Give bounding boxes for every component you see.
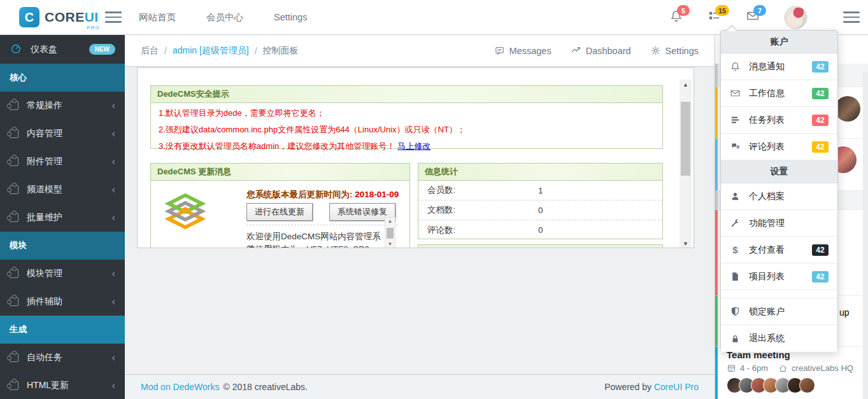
dropdown-item-comment-list[interactable]: 评论列表 42 bbox=[721, 134, 837, 160]
item-label: 任务列表 bbox=[749, 115, 785, 126]
sidebar-item-label: 自动任务 bbox=[27, 352, 62, 363]
stat-row-members: 会员数:1 bbox=[418, 181, 662, 200]
chevron-left-icon: ‹ bbox=[112, 380, 115, 391]
notifications-badge: 5 bbox=[677, 5, 690, 16]
puzzle-icon bbox=[10, 185, 18, 194]
breadcrumb-backend[interactable]: 后台 bbox=[141, 45, 159, 57]
inner-scrollbar[interactable]: ▲ ▼ bbox=[385, 217, 395, 248]
update-news-title: DedeCMS 更新消息 bbox=[151, 164, 409, 181]
stat-label: 会员数: bbox=[427, 185, 455, 196]
sidebar-section-modules: 模块 bbox=[0, 232, 125, 260]
nav-link-members[interactable]: 会员中心 bbox=[206, 11, 243, 24]
aside-scrollbar[interactable] bbox=[863, 72, 868, 399]
puzzle-icon bbox=[10, 101, 18, 110]
sidebar-item-general-ops[interactable]: 常规操作‹ bbox=[0, 92, 125, 120]
aside-toggler-icon[interactable] bbox=[843, 11, 860, 24]
puzzle-icon bbox=[10, 129, 18, 138]
dropdown-item-profile[interactable]: 个人档案 bbox=[721, 183, 837, 210]
dropdown-item-projects[interactable]: 项目列表 42 bbox=[721, 263, 837, 290]
chevron-left-icon: ‹ bbox=[112, 156, 115, 167]
item-label: 消息通知 bbox=[749, 61, 785, 73]
sidebar-item-module-mgmt[interactable]: 模块管理‹ bbox=[0, 260, 125, 288]
sidebar-item-html-update[interactable]: HTML更新‹ bbox=[0, 372, 125, 399]
item-label: 支付查看 bbox=[749, 244, 785, 256]
sidebar-item-label: 内容管理 bbox=[27, 128, 62, 139]
sidebar-item-label: 模块管理 bbox=[27, 268, 62, 279]
dropdown-item-function-mgmt[interactable]: 功能管理 bbox=[721, 210, 837, 237]
sidebar-item-batch-maintenance[interactable]: 批量维护‹ bbox=[0, 204, 125, 232]
tasks-button[interactable]: 15 bbox=[708, 9, 724, 25]
update-news-panel: DedeCMS 更新消息 您系统版本最后更新时间为: 2018-01-09 进行… bbox=[150, 163, 410, 248]
notifications-button[interactable]: 5 bbox=[669, 9, 686, 25]
dedeworks-link[interactable]: Mod on DedeWorks bbox=[141, 382, 219, 392]
messages-button[interactable]: 7 bbox=[746, 9, 762, 25]
dropdown-item-logout[interactable]: 退出系统 bbox=[721, 325, 837, 352]
breadcrumb-messages[interactable]: Messages bbox=[494, 45, 551, 56]
breadcrumb-menu: Messages Dashboard Settings bbox=[494, 45, 699, 56]
coreui-pro-link[interactable]: CoreUI Pro bbox=[654, 382, 699, 392]
powered-by: Powered by CoreUI Pro bbox=[604, 382, 699, 392]
user-avatar[interactable] bbox=[784, 6, 808, 29]
sidebar-item-auto-tasks[interactable]: 自动任务‹ bbox=[0, 344, 125, 372]
gear-icon bbox=[650, 45, 661, 56]
brand-logo[interactable]: C COREUI PRO bbox=[19, 7, 99, 27]
dropdown-item-payments[interactable]: $ 支付查看 42 bbox=[721, 237, 837, 263]
scrollbar-thumb[interactable] bbox=[387, 228, 394, 239]
chevron-left-icon: ‹ bbox=[112, 128, 115, 139]
item-badge: 42 bbox=[812, 271, 829, 283]
stat-value: 1 bbox=[538, 186, 543, 195]
stat-value: 0 bbox=[538, 225, 543, 235]
aside-item-event[interactable]: Team meeting 4 - 6pm creativeLabs HQ bbox=[715, 347, 868, 399]
item-label: 退出系统 bbox=[749, 333, 785, 344]
breadcrumb-settings[interactable]: Settings bbox=[650, 45, 699, 56]
security-line-2: 2.强烈建议data/common.inc.php文件属性设置为644（Linu… bbox=[151, 120, 662, 136]
stat-row-comments: 评论数:0 bbox=[418, 220, 662, 240]
sidebar-item-channel-model[interactable]: 频道模型‹ bbox=[0, 176, 125, 204]
dropdown-item-task-list[interactable]: 任务列表 42 bbox=[721, 107, 837, 134]
new-badge: NEW bbox=[89, 44, 115, 55]
sidebar: 仪表盘 NEW 核心 常规操作‹ 内容管理‹ 附件管理‹ 频道模型‹ 批量维护‹… bbox=[0, 35, 125, 399]
item-label: 功能管理 bbox=[749, 218, 785, 229]
puzzle-icon bbox=[10, 353, 18, 362]
scroll-down-icon[interactable]: ▼ bbox=[679, 239, 692, 248]
sidebar-toggler-icon[interactable] bbox=[105, 11, 122, 24]
nav-link-settings[interactable]: Settings bbox=[274, 12, 307, 22]
frame-scrollbar[interactable]: ▲ ▼ bbox=[679, 80, 692, 248]
item-badge: 42 bbox=[812, 244, 829, 256]
dropdown-item-work-messages[interactable]: 工作信息 42 bbox=[721, 80, 837, 107]
event-location: creativeLabs HQ bbox=[792, 363, 853, 373]
sidebar-item-dashboard[interactable]: 仪表盘 NEW bbox=[0, 35, 125, 64]
sidebar-section-generate: 生成 bbox=[0, 316, 125, 344]
nav-link-home[interactable]: 网站首页 bbox=[139, 11, 176, 24]
chevron-left-icon: ‹ bbox=[112, 352, 115, 363]
puzzle-icon bbox=[10, 157, 18, 166]
scroll-up-icon[interactable]: ▲ bbox=[385, 218, 395, 225]
sidebar-item-label: 常规操作 bbox=[27, 100, 62, 111]
item-badge: 42 bbox=[812, 115, 829, 126]
fix-now-link[interactable]: 马上修改 bbox=[397, 141, 430, 151]
chevron-left-icon: ‹ bbox=[112, 184, 115, 195]
item-label: 评论列表 bbox=[749, 141, 785, 153]
home-icon bbox=[778, 363, 788, 373]
avatar bbox=[835, 96, 860, 122]
chevron-left-icon: ‹ bbox=[112, 212, 115, 223]
security-line-3: 3.没有更改默认管理员名称admin，建议您修改为其他管理账号！马上修改 bbox=[151, 136, 662, 153]
coreui-logo-icon: C bbox=[19, 7, 39, 27]
dropdown-item-notifications[interactable]: 消息通知 42 bbox=[721, 53, 837, 80]
breadcrumb-dashboard[interactable]: Dashboard bbox=[571, 45, 631, 56]
breadcrumb-admin-link[interactable]: admin [超级管理员] bbox=[173, 45, 249, 57]
online-update-button[interactable]: 进行在线更新 bbox=[246, 203, 313, 221]
dropdown-item-lock-account[interactable]: 锁定账户 bbox=[721, 298, 837, 325]
sidebar-item-content-mgmt[interactable]: 内容管理‹ bbox=[0, 120, 125, 148]
next-panel-sliver bbox=[418, 244, 663, 248]
scrollbar-thumb[interactable] bbox=[681, 102, 690, 176]
sidebar-item-label: 附件管理 bbox=[27, 156, 62, 167]
scroll-up-icon[interactable]: ▲ bbox=[679, 80, 692, 90]
bell-icon bbox=[730, 61, 741, 72]
chevron-left-icon: ‹ bbox=[112, 268, 115, 279]
sidebar-item-attachment-mgmt[interactable]: 附件管理‹ bbox=[0, 148, 125, 176]
sidebar-item-plugin-aux[interactable]: 插件辅助‹ bbox=[0, 288, 125, 316]
brand-name: COREUI PRO bbox=[45, 10, 99, 25]
sidebar-item-label: 仪表盘 bbox=[31, 44, 57, 55]
scroll-down-icon[interactable]: ▼ bbox=[385, 241, 395, 248]
